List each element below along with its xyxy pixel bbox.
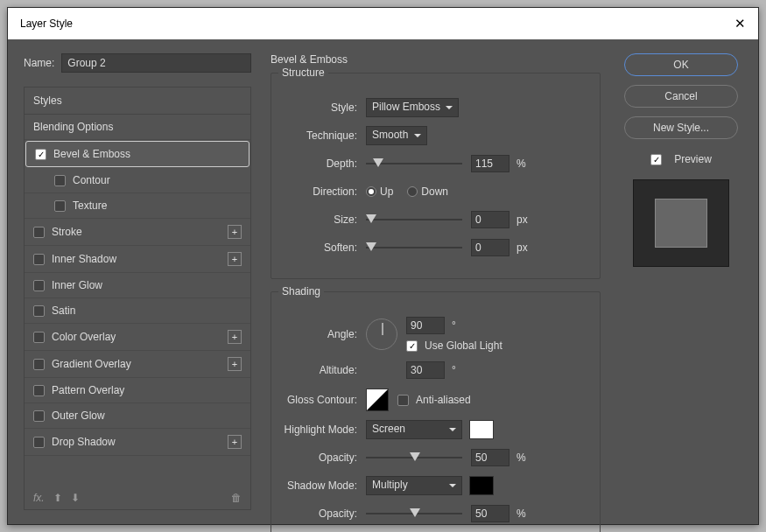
- dialog-title: Layer Style: [20, 18, 73, 30]
- soften-label: Soften:: [282, 242, 366, 254]
- color-overlay-checkbox[interactable]: [33, 332, 45, 343]
- gloss-contour-picker[interactable]: [366, 388, 389, 411]
- style-label: Style:: [282, 102, 366, 114]
- size-slider[interactable]: [366, 214, 462, 225]
- title-bar: Layer Style ✕: [8, 8, 758, 39]
- plus-icon[interactable]: +: [228, 252, 242, 266]
- structure-group: Structure Style: Pillow Emboss Technique…: [271, 73, 601, 279]
- altitude-input[interactable]: [406, 361, 445, 379]
- shadow-mode-select[interactable]: Multiply: [366, 476, 462, 495]
- shadow-mode-label: Shadow Mode:: [282, 480, 366, 492]
- styles-panel: Styles Blending Options Bevel & Emboss C…: [24, 87, 251, 510]
- layer-style-dialog: Layer Style ✕ Name: Styles Blending Opti…: [7, 7, 759, 525]
- plus-icon[interactable]: +: [228, 225, 242, 239]
- highlight-opacity-label: Opacity:: [282, 452, 366, 464]
- size-label: Size:: [282, 214, 366, 226]
- trash-icon[interactable]: 🗑: [231, 492, 242, 504]
- anti-aliased-checkbox[interactable]: [397, 395, 409, 406]
- bevel-emboss-item[interactable]: Bevel & Emboss: [25, 141, 249, 167]
- drop-shadow-item[interactable]: Drop Shadow +: [25, 429, 250, 456]
- styles-header[interactable]: Styles: [25, 88, 250, 115]
- inner-glow-checkbox[interactable]: [33, 280, 45, 291]
- ok-button[interactable]: OK: [624, 53, 738, 76]
- bevel-title: Bevel & Emboss: [267, 53, 601, 66]
- shading-group: Shading Angle: ° Use Global Light: [271, 291, 601, 532]
- angle-dial[interactable]: [366, 318, 397, 350]
- fx-icon[interactable]: fx.: [33, 492, 45, 504]
- shadow-color-swatch[interactable]: [469, 476, 494, 495]
- highlight-color-swatch[interactable]: [469, 420, 494, 439]
- close-icon[interactable]: ✕: [734, 16, 746, 32]
- direction-up-radio[interactable]: [366, 186, 376, 197]
- shadow-opacity-input[interactable]: [471, 505, 509, 522]
- depth-input[interactable]: [471, 155, 509, 172]
- style-select[interactable]: Pillow Emboss: [366, 98, 459, 117]
- outer-glow-checkbox[interactable]: [33, 410, 45, 422]
- size-input[interactable]: [471, 211, 509, 228]
- satin-item[interactable]: Satin: [25, 298, 250, 324]
- layer-name-input[interactable]: [61, 53, 251, 73]
- pattern-overlay-checkbox[interactable]: [33, 385, 45, 396]
- new-style-button[interactable]: New Style...: [624, 116, 738, 139]
- preview-checkbox[interactable]: [650, 154, 662, 165]
- soften-slider[interactable]: [366, 242, 462, 253]
- color-overlay-item[interactable]: Color Overlay +: [25, 324, 250, 351]
- gloss-contour-label: Gloss Contour:: [282, 394, 366, 406]
- plus-icon[interactable]: +: [228, 435, 242, 449]
- plus-icon[interactable]: +: [228, 357, 242, 371]
- technique-label: Technique:: [282, 130, 366, 142]
- satin-checkbox[interactable]: [33, 305, 45, 317]
- stroke-checkbox[interactable]: [33, 227, 45, 238]
- shadow-opacity-slider[interactable]: [366, 508, 462, 519]
- pattern-overlay-item[interactable]: Pattern Overlay: [25, 378, 250, 403]
- name-label: Name:: [24, 57, 54, 69]
- altitude-label: Altitude:: [282, 364, 366, 376]
- gradient-overlay-item[interactable]: Gradient Overlay +: [25, 351, 250, 378]
- texture-checkbox[interactable]: [54, 200, 66, 212]
- highlight-opacity-slider[interactable]: [366, 452, 462, 463]
- inner-shadow-checkbox[interactable]: [33, 254, 45, 265]
- preview-label: Preview: [674, 153, 712, 165]
- angle-input[interactable]: [406, 317, 445, 334]
- structure-legend: Structure: [278, 66, 328, 79]
- direction-label: Direction:: [282, 186, 366, 198]
- technique-select[interactable]: Smooth: [366, 126, 427, 145]
- highlight-mode-label: Highlight Mode:: [282, 424, 366, 436]
- highlight-mode-select[interactable]: Screen: [366, 420, 462, 439]
- plus-icon[interactable]: +: [228, 330, 242, 344]
- inner-glow-item[interactable]: Inner Glow: [25, 273, 250, 298]
- soften-input[interactable]: [471, 239, 509, 256]
- arrow-down-icon[interactable]: ⬇: [71, 492, 80, 504]
- drop-shadow-checkbox[interactable]: [33, 437, 45, 448]
- cancel-button[interactable]: Cancel: [624, 85, 738, 108]
- contour-item[interactable]: Contour: [25, 168, 250, 193]
- stroke-item[interactable]: Stroke +: [25, 219, 250, 246]
- contour-checkbox[interactable]: [54, 175, 66, 186]
- preview-thumbnail: [633, 179, 729, 267]
- inner-shadow-item[interactable]: Inner Shadow +: [25, 246, 250, 273]
- outer-glow-item[interactable]: Outer Glow: [25, 403, 250, 429]
- highlight-opacity-input[interactable]: [471, 449, 509, 466]
- direction-down-radio[interactable]: [407, 186, 418, 197]
- shading-legend: Shading: [278, 285, 324, 298]
- global-light-checkbox[interactable]: [406, 340, 418, 352]
- depth-label: Depth:: [282, 158, 366, 170]
- bevel-checkbox[interactable]: [35, 149, 46, 160]
- shadow-opacity-label: Opacity:: [282, 508, 366, 520]
- arrow-up-icon[interactable]: ⬆: [53, 492, 62, 504]
- texture-item[interactable]: Texture: [25, 193, 250, 219]
- blending-options-item[interactable]: Blending Options: [25, 115, 250, 140]
- angle-label: Angle:: [282, 328, 366, 340]
- depth-slider[interactable]: [366, 158, 462, 169]
- gradient-overlay-checkbox[interactable]: [33, 359, 45, 370]
